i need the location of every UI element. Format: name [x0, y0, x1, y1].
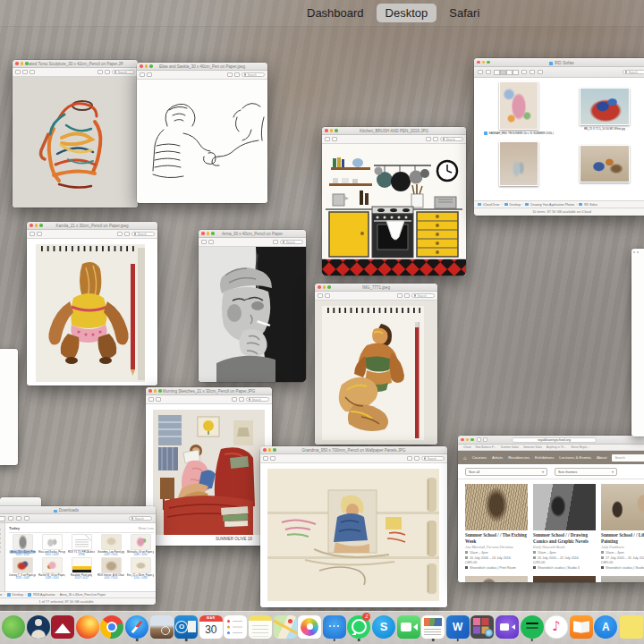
dock-item[interactable]: [323, 614, 346, 640]
stickies-icon[interactable]: [620, 615, 643, 639]
sidebar-toggle-icon[interactable]: [325, 137, 330, 141]
zoom-icon[interactable]: [37, 232, 42, 236]
space-safari[interactable]: Safari: [440, 4, 488, 22]
space-dashboard[interactable]: Dashboard: [298, 4, 373, 22]
dock-item[interactable]: [14, 614, 25, 640]
offscreen-window-right[interactable]: [631, 249, 644, 436]
share-icon[interactable]: [239, 397, 244, 402]
dock-item[interactable]: [446, 614, 470, 640]
search-input[interactable]: Search: [112, 70, 135, 74]
search-input[interactable]: Search: [131, 232, 155, 236]
firefox-icon[interactable]: [76, 615, 99, 639]
dock-item[interactable]: [224, 614, 247, 640]
calendar-icon[interactable]: MAR 30: [199, 615, 223, 639]
traffic-lights[interactable]: [477, 61, 490, 64]
dock-item[interactable]: [496, 614, 519, 640]
zoom-icon[interactable]: [208, 240, 214, 244]
share-icon[interactable]: [234, 72, 240, 77]
dock-item[interactable]: [470, 614, 494, 640]
favorites-bar[interactable]: iCloud New Balance F… Summer Safari Seme…: [458, 445, 644, 451]
dock-item[interactable]: [619, 614, 630, 640]
finder-window-sofas[interactable]: RD Sofas Search HANNAH_RED TROUSERS 50 x…: [474, 58, 644, 216]
sidebar-toggle-icon[interactable]: [263, 456, 268, 461]
outlook-icon[interactable]: [174, 615, 198, 639]
view-switcher[interactable]: [494, 70, 519, 75]
preview-window-wallpaper-drawing[interactable]: Grandma_950 x 700mm_Pencil on Wallpaper …: [260, 446, 447, 607]
nav-about[interactable]: About: [597, 455, 606, 460]
preview-window-bikini[interactable]: IMG_7771.jpeg Search: [315, 284, 437, 445]
textedit-icon[interactable]: [421, 615, 445, 639]
preview-window-kids[interactable]: Elias and Saskia_30 x 40cm_Pen on Paper.…: [137, 63, 267, 203]
dock-item[interactable]: [594, 614, 617, 640]
search-input[interactable]: Search: [421, 456, 445, 461]
offscreen-window-left[interactable]: [0, 349, 18, 465]
skype-icon[interactable]: [372, 615, 395, 639]
markup-icon[interactable]: [30, 70, 35, 74]
photo-booth-icon[interactable]: [470, 615, 494, 639]
dock-item[interactable]: [274, 614, 297, 640]
search-input[interactable]: Search: [280, 240, 303, 244]
dock-item[interactable]: [51, 614, 74, 640]
preview-window-torso[interactable]: Seated Torso Sculpture_30 x 42cm_Pencil …: [13, 60, 138, 208]
dock-item[interactable]: [150, 614, 174, 640]
file-item[interactable]: RB_25 X 71.5_50 50 M1 White.jpg: [565, 81, 644, 135]
traffic-lights[interactable]: [148, 389, 162, 393]
red-mountain-app-icon[interactable]: [51, 615, 74, 639]
file-item[interactable]: Eve_21 x 30cm_Paper.jpeg3264 × 2448: [127, 558, 154, 580]
books-icon[interactable]: [570, 615, 593, 639]
photos-icon[interactable]: [298, 615, 321, 639]
file-item[interactable]: Anna_30 x 40cm_Pencil.jpg2448 × 3264: [9, 535, 36, 556]
markup-icon[interactable]: [407, 456, 412, 461]
preview-window-yellow-figure[interactable]: Kamila_21 x 30cm_Pencil on Paper.jpeg Se…: [27, 222, 157, 386]
person-app-icon[interactable]: [27, 615, 50, 639]
file-item[interactable]: Literary T_3 on Paper.jpg3264 × 2448: [9, 558, 36, 580]
preview-window-kitchen[interactable]: Kitchen_BRUSH AND PEN_2019.JPG Search: [322, 127, 466, 275]
file-item[interactable]: Rosalind_Paint.jpeg3024 × 4032: [68, 558, 95, 580]
zoom-icon[interactable]: [22, 70, 28, 74]
search-input[interactable]: Search: [623, 70, 644, 74]
address-bar[interactable]: royaldrawingschool.org: [512, 437, 597, 443]
sidebar-toggle-icon[interactable]: [30, 232, 35, 236]
nav-lectures[interactable]: Lectures & Events: [559, 455, 591, 460]
dock-item[interactable]: MAR 30: [199, 614, 223, 640]
share-icon[interactable]: [414, 456, 419, 461]
preview-window-smoker[interactable]: Anna_30 x 40cm_Pencil on Paper Search: [199, 230, 306, 382]
reminders-icon[interactable]: [224, 615, 247, 639]
share-icon[interactable]: [433, 137, 438, 141]
share-icon[interactable]: [105, 70, 110, 74]
sidebar-toggle-icon[interactable]: [148, 397, 154, 402]
dock-item[interactable]: [249, 614, 272, 640]
zoom-icon[interactable]: [147, 72, 152, 77]
share-icon[interactable]: [273, 240, 278, 244]
dock-item[interactable]: [125, 614, 148, 640]
dock-item[interactable]: [545, 614, 568, 640]
share-button[interactable]: [530, 70, 535, 74]
file-item[interactable]: Michaela_Oil on Paper.jpg2448 × 3264: [127, 535, 154, 556]
dock-item[interactable]: [298, 614, 321, 640]
nav-artists[interactable]: Artists: [492, 455, 503, 460]
dock-item[interactable]: [397, 614, 420, 640]
dock-item[interactable]: [27, 614, 50, 640]
traffic-lights[interactable]: [318, 285, 331, 289]
finder-window-downloads[interactable]: Downloads Search Today Show Less Anna_30…: [0, 506, 156, 605]
share-icon[interactable]: [124, 232, 130, 236]
home-icon[interactable]: ⌂: [463, 455, 467, 461]
file-item[interactable]: Elias and Saskia_Pen.jpeg3024 × 4032: [38, 535, 65, 556]
file-item[interactable]: [565, 138, 644, 186]
forward-button[interactable]: [486, 70, 491, 74]
search-input[interactable]: Search: [440, 137, 463, 141]
course-image[interactable]: [465, 576, 528, 582]
filter-select-themes[interactable]: See themes▾: [555, 468, 617, 476]
dock-item[interactable]: 2: [347, 614, 370, 640]
share-icon[interactable]: [404, 293, 410, 298]
show-less-link[interactable]: Show Less: [138, 527, 154, 530]
course-card[interactable]: Summer School / / Drawing Comics and Gra…: [533, 484, 596, 571]
markup-icon[interactable]: [232, 397, 237, 402]
traffic-lights[interactable]: [140, 64, 153, 68]
filter-select-all[interactable]: See all▾: [465, 468, 547, 476]
group-button[interactable]: [521, 70, 527, 74]
nav-residencies[interactable]: Residencies: [508, 455, 530, 460]
traffic-lights[interactable]: [461, 438, 474, 442]
notes-icon[interactable]: [249, 615, 272, 639]
nav-exhibitions[interactable]: Exhibitions: [535, 455, 554, 460]
